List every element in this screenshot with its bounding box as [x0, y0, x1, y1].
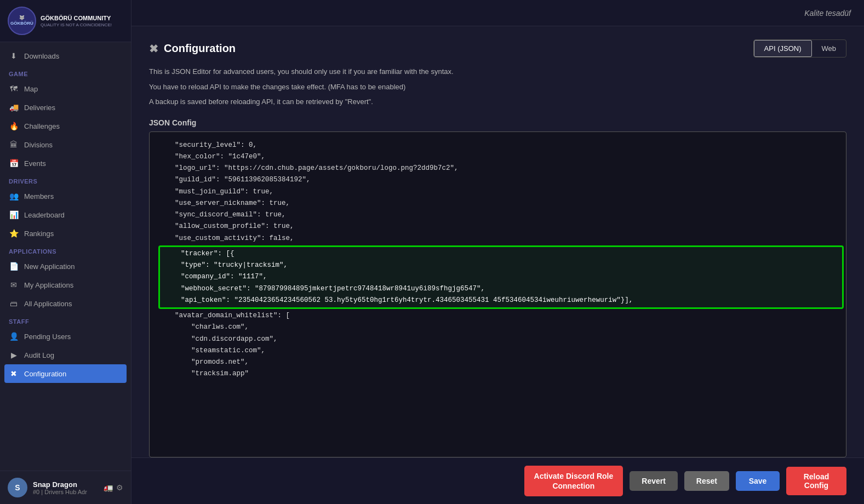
- sidebar: 🐺GÖKBÖRÜ GÖKBÖRÜ COMMUNITY QUALITY IS NO…: [0, 0, 131, 504]
- page-header: ✖ Configuration API (JSON) Web: [149, 39, 846, 58]
- logo-subtitle: QUALITY IS NOT A COINCIDENCE!: [41, 22, 112, 27]
- config-icon: ✖: [149, 42, 158, 55]
- divisions-icon: 🏛: [9, 140, 19, 149]
- json-line: "promods.net",: [158, 357, 844, 368]
- json-line: "must_join_guild": true,: [158, 186, 844, 198]
- my-applications-icon: ✉: [9, 280, 19, 289]
- json-line: "hex_color": "1c47e0",: [158, 151, 844, 163]
- sidebar-footer: S Snap Dragon #0 | Drivers Hub Adr 🚛 ⚙: [0, 471, 131, 504]
- json-config-label: JSON Config: [149, 118, 846, 127]
- sidebar-item-challenges[interactable]: 🔥 Challenges: [0, 117, 131, 135]
- events-icon: 📅: [9, 159, 19, 168]
- json-line: "use_server_nickname": true,: [158, 198, 844, 209]
- reset-button[interactable]: Reset: [684, 471, 729, 491]
- json-line: "charlws.com",: [158, 322, 844, 333]
- downloads-icon: ⬇: [9, 51, 19, 60]
- pending-users-icon: 👤: [9, 332, 19, 341]
- gear-icon[interactable]: ⚙: [116, 483, 123, 492]
- footer-icons: 🚛 ⚙: [104, 483, 123, 492]
- action-bar: Activate Discord Role Connection Revert …: [131, 457, 864, 504]
- info-line-2: You have to reload API to make the chang…: [149, 82, 846, 93]
- sidebar-item-audit-log[interactable]: ▶ Audit Log: [0, 346, 131, 364]
- json-line-api-token: "api_token": "23540423654234560562 53.hy…: [164, 295, 838, 306]
- json-line: "security_level": 0,: [158, 140, 844, 151]
- sidebar-item-events[interactable]: 📅 Events: [0, 154, 131, 173]
- all-applications-icon: 🗃: [9, 299, 19, 308]
- json-line-type: "type": "trucky|tracksim",: [164, 260, 838, 271]
- topbar: Kalite tesadüf: [131, 0, 864, 26]
- json-line: "steamstatic.com",: [158, 345, 844, 357]
- sidebar-item-my-applications[interactable]: ✉ My Applications: [0, 276, 131, 294]
- topbar-title: Kalite tesadüf: [804, 9, 851, 18]
- configuration-icon: ✖: [9, 369, 19, 378]
- members-icon: 👥: [9, 192, 19, 201]
- sidebar-item-map[interactable]: 🗺 Map: [0, 79, 131, 98]
- rankings-icon: ⭐: [9, 229, 19, 238]
- sidebar-item-leaderboard[interactable]: 📊 Leaderboard: [0, 205, 131, 224]
- reload-config-button[interactable]: Reload Config: [786, 467, 846, 495]
- logo-title: GÖKBÖRÜ COMMUNITY: [41, 14, 112, 22]
- info-line-3: A backup is saved before reloading API, …: [149, 96, 846, 107]
- sidebar-logo: 🐺GÖKBÖRÜ GÖKBÖRÜ COMMUNITY QUALITY IS NO…: [0, 0, 131, 42]
- challenges-icon: 🔥: [9, 122, 19, 130]
- deliveries-icon: 🚚: [9, 103, 19, 112]
- sidebar-nav: ⬇ Downloads Game 🗺 Map 🚚 Deliveries 🔥 Ch…: [0, 42, 131, 471]
- main-content: Kalite tesadüf ✖ Configuration API (JSON…: [131, 0, 864, 504]
- sidebar-item-divisions[interactable]: 🏛 Divisions: [0, 135, 131, 154]
- sidebar-item-all-applications[interactable]: 🗃 All Applications: [0, 294, 131, 313]
- map-icon: 🗺: [9, 84, 19, 93]
- info-line-1: This is JSON Editor for advanced users, …: [149, 66, 846, 77]
- avatar: S: [8, 478, 27, 497]
- json-line: "cdn.discordapp.com",: [158, 334, 844, 345]
- content-area: ✖ Configuration API (JSON) Web This is J…: [131, 26, 864, 457]
- view-api-json-button[interactable]: API (JSON): [754, 40, 812, 57]
- revert-button[interactable]: Revert: [630, 471, 678, 491]
- json-line: "sync_discord_email": true,: [158, 209, 844, 221]
- footer-role: #0 | Drivers Hub Adr: [33, 489, 98, 495]
- page-title: ✖ Configuration: [149, 42, 236, 55]
- activate-discord-role-button[interactable]: Activate Discord Role Connection: [524, 466, 623, 496]
- sidebar-section-game: Game: [0, 65, 131, 79]
- sidebar-item-new-application[interactable]: 📄 New Application: [0, 257, 131, 276]
- json-line: "avatar_domain_whitelist": [: [158, 310, 844, 322]
- view-web-button[interactable]: Web: [812, 40, 846, 57]
- json-line: "tracksim.app": [158, 368, 844, 380]
- new-application-icon: 📄: [9, 262, 19, 271]
- sidebar-item-pending-users[interactable]: 👤 Pending Users: [0, 327, 131, 346]
- truck-icon[interactable]: 🚛: [104, 483, 113, 492]
- json-line: "allow_custom_profile": true,: [158, 221, 844, 232]
- sidebar-section-drivers: Drivers: [0, 173, 131, 187]
- logo-icon: 🐺GÖKBÖRÜ: [8, 7, 36, 35]
- sidebar-item-deliveries[interactable]: 🚚 Deliveries: [0, 98, 131, 117]
- footer-username: Snap Dragon: [33, 480, 98, 489]
- sidebar-item-rankings[interactable]: ⭐ Rankings: [0, 224, 131, 243]
- json-line: "use_custom_activity": false,: [158, 233, 844, 244]
- json-line-company: "company_id": "1117",: [164, 271, 838, 283]
- json-line: "guild_id": "596113962085384192",: [158, 174, 844, 186]
- view-switcher: API (JSON) Web: [753, 39, 846, 58]
- leaderboard-icon: 📊: [9, 210, 19, 219]
- sidebar-section-staff: Staff: [0, 313, 131, 327]
- json-scroll-area[interactable]: "security_level": 0, "hex_color": "1c47e…: [150, 132, 846, 457]
- save-button[interactable]: Save: [736, 471, 780, 491]
- json-line-webhook: "webhook_secret": "879879984895jmkertjpe…: [164, 283, 838, 295]
- sidebar-item-members[interactable]: 👥 Members: [0, 187, 131, 205]
- json-line: "logo_url": "https://cdn.chub.page/asset…: [158, 163, 844, 174]
- page-title-text: Configuration: [164, 42, 236, 55]
- sidebar-item-downloads[interactable]: ⬇ Downloads: [0, 47, 131, 65]
- sidebar-item-configuration[interactable]: ✖ Configuration: [4, 364, 127, 383]
- sidebar-section-applications: Applications: [0, 243, 131, 257]
- audit-log-icon: ▶: [9, 351, 19, 359]
- json-line-tracker: "tracker": [{: [164, 248, 838, 260]
- tracker-highlighted-block: "tracker": [{ "type": "trucky|tracksim",…: [158, 245, 844, 309]
- json-editor-wrapper: "security_level": 0, "hex_color": "1c47e…: [149, 131, 846, 457]
